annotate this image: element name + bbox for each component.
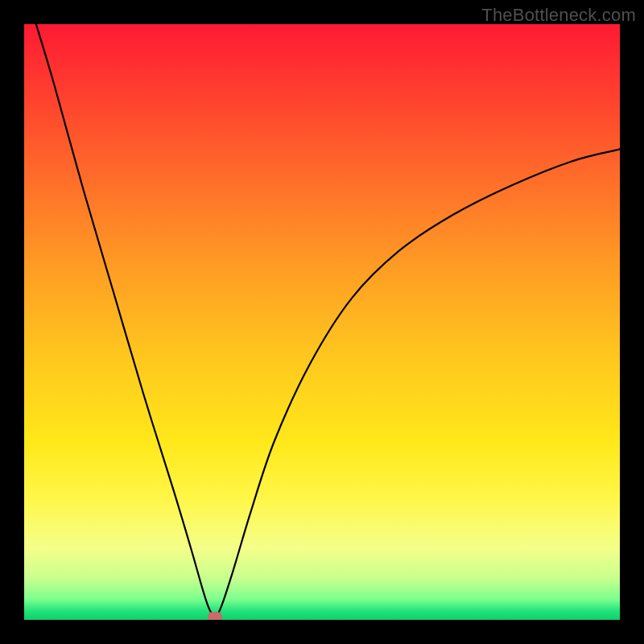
watermark-text: TheBottleneck.com [481, 5, 636, 26]
optimal-point-marker [208, 612, 222, 620]
bottleneck-curve [24, 24, 620, 620]
plot-area [24, 24, 620, 620]
chart-frame: TheBottleneck.com [0, 0, 644, 644]
